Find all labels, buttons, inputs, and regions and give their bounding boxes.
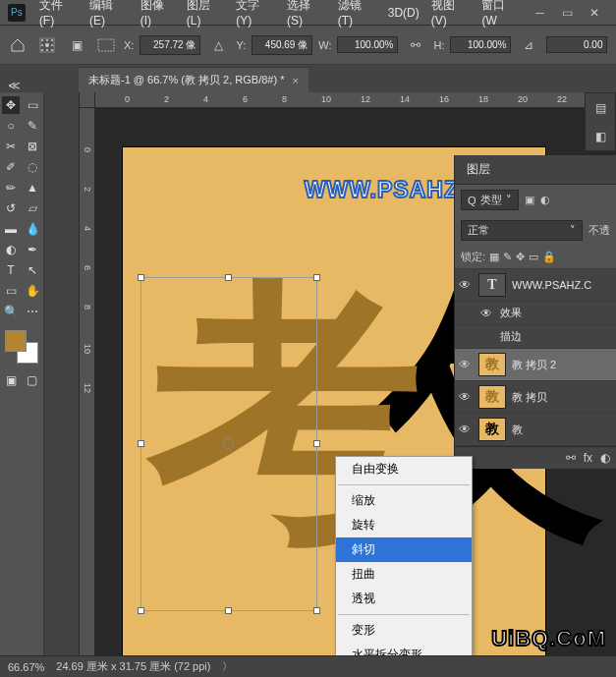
quick-mask-icon[interactable]: ▣ xyxy=(3,371,21,389)
layer-stroke-row[interactable]: 描边 xyxy=(455,325,616,349)
layer-filter-select[interactable]: Q 类型 ˅ xyxy=(461,190,519,210)
collapsed-tab-icon[interactable]: ▤ xyxy=(595,101,606,115)
filter-adjust-icon[interactable]: ◐ xyxy=(540,194,550,206)
layer-row[interactable]: 👁 T WWW.PSAHZ.C xyxy=(455,269,616,302)
layers-panel-tab[interactable]: 图层 xyxy=(455,155,616,185)
visibility-icon[interactable]: 👁 xyxy=(480,307,494,320)
frame-tool[interactable]: ⊠ xyxy=(24,138,41,155)
lock-artboard-icon[interactable]: ▭ xyxy=(529,251,538,263)
ctx-rotate[interactable]: 旋转 xyxy=(336,513,472,537)
rotate-icon[interactable]: ⊿ xyxy=(517,33,540,57)
layer-row[interactable]: 👁 教 教 xyxy=(455,414,616,446)
quick-select-tool[interactable]: ✎ xyxy=(24,117,41,135)
x-field[interactable]: 257.72 像 xyxy=(140,35,200,55)
ctx-distort[interactable]: 扭曲 xyxy=(336,562,472,587)
ruler-horizontal[interactable]: 0 2 4 6 8 10 12 14 16 18 20 22 24 xyxy=(95,92,616,108)
screen-mode-icon[interactable]: ▢ xyxy=(24,371,41,389)
hand-tool[interactable]: ✋ xyxy=(24,282,41,300)
close-button[interactable]: ✕ xyxy=(581,3,608,23)
menu-type[interactable]: 文字(Y) xyxy=(230,0,281,31)
transform-bounding-box[interactable] xyxy=(140,277,317,611)
document-tab[interactable]: 未标题-1 @ 66.7% (教 拷贝 2, RGB/8#) * × xyxy=(79,67,308,92)
path-select-tool[interactable]: ↖ xyxy=(24,261,41,279)
swap-xy-icon[interactable]: △ xyxy=(206,33,230,57)
lock-all-icon[interactable]: 🔒 xyxy=(542,251,556,263)
lock-pixels-icon[interactable]: ▦ xyxy=(489,251,499,263)
menu-view[interactable]: 视图(V) xyxy=(425,0,476,31)
lock-move-icon[interactable]: ✥ xyxy=(516,251,525,263)
home-icon[interactable] xyxy=(6,33,29,57)
menu-image[interactable]: 图像(I) xyxy=(135,0,181,31)
visibility-icon[interactable]: 👁 xyxy=(459,423,473,436)
ctx-free-transform[interactable]: 自由变换 xyxy=(336,457,472,481)
menu-edit[interactable]: 编辑(E) xyxy=(84,0,135,31)
menu-select[interactable]: 选择(S) xyxy=(281,0,332,31)
tab-arrow-icon[interactable]: ≪ xyxy=(8,79,22,92)
minimize-button[interactable]: ─ xyxy=(527,3,554,23)
collapsed-tab-icon[interactable]: ◧ xyxy=(595,130,606,143)
visibility-icon[interactable]: 👁 xyxy=(459,358,473,371)
ctx-warp[interactable]: 变形 xyxy=(336,618,472,643)
mask-icon[interactable]: ◐ xyxy=(600,451,610,465)
zoom-tool[interactable]: 🔍 xyxy=(2,303,20,320)
menu-file[interactable]: 文件(F) xyxy=(33,0,84,31)
gradient-tool[interactable]: ▬ xyxy=(2,220,20,238)
type-tool[interactable]: T xyxy=(2,261,20,279)
eyedropper-tool[interactable]: ✐ xyxy=(2,158,20,176)
info-chevron-icon[interactable]: 〉 xyxy=(222,659,233,674)
handle-bottom-center[interactable] xyxy=(225,607,232,614)
ruler-vertical[interactable]: 0 2 4 6 8 10 12 xyxy=(80,108,95,655)
handle-bottom-right[interactable] xyxy=(313,607,320,614)
handle-mid-right[interactable] xyxy=(313,440,320,447)
brush-tool[interactable]: ✏ xyxy=(2,179,20,197)
color-swatches[interactable] xyxy=(5,330,38,364)
stamp-tool[interactable]: ▲ xyxy=(24,179,41,197)
handle-bottom-left[interactable] xyxy=(138,607,144,614)
menu-window[interactable]: 窗口(W xyxy=(476,0,526,31)
relative-icon[interactable]: ▣ xyxy=(65,33,88,57)
restore-button[interactable]: ▭ xyxy=(553,3,581,23)
handle-mid-left[interactable] xyxy=(138,440,144,447)
blur-tool[interactable]: 💧 xyxy=(24,220,41,238)
handle-top-left[interactable] xyxy=(138,274,144,281)
foreground-color-swatch[interactable] xyxy=(5,330,27,352)
layer-effect-row[interactable]: 👁 效果 xyxy=(455,302,616,325)
pen-tool[interactable]: ✒ xyxy=(24,241,41,258)
wh-icon[interactable] xyxy=(94,33,118,57)
reference-point-icon[interactable] xyxy=(35,33,59,57)
ctx-perspective[interactable]: 透视 xyxy=(336,587,472,611)
filter-image-icon[interactable]: ▣ xyxy=(525,194,534,206)
crop-tool[interactable]: ✂ xyxy=(2,138,20,155)
menu-filter[interactable]: 滤镜(T) xyxy=(332,0,382,31)
link-layers-icon[interactable]: ⚯ xyxy=(566,451,576,465)
collapsed-panel-tabs[interactable]: ▤ ◧ xyxy=(585,92,616,151)
history-brush-tool[interactable]: ↺ xyxy=(2,199,20,217)
handle-top-right[interactable] xyxy=(313,274,320,281)
layer-row[interactable]: 👁 教 教 拷贝 xyxy=(455,381,616,414)
zoom-level[interactable]: 66.67% xyxy=(8,661,44,673)
edit-toolbar[interactable]: ⋯ xyxy=(24,303,41,320)
fx-icon[interactable]: fx xyxy=(584,451,592,465)
visibility-icon[interactable]: 👁 xyxy=(459,278,473,292)
spot-heal-tool[interactable]: ◌ xyxy=(24,158,41,176)
eraser-tool[interactable]: ▱ xyxy=(24,199,41,217)
marquee-tool[interactable]: ▭ xyxy=(24,96,41,114)
menu-3d[interactable]: 3D(D) xyxy=(382,2,425,24)
blend-mode-select[interactable]: 正常˅ xyxy=(461,220,583,241)
move-tool[interactable]: ✥ xyxy=(2,96,20,114)
ctx-scale[interactable]: 缩放 xyxy=(336,488,472,513)
ctx-skew[interactable]: 斜切 xyxy=(336,537,472,562)
lock-paint-icon[interactable]: ✎ xyxy=(503,251,512,263)
menu-layer[interactable]: 图层(L) xyxy=(181,0,230,31)
layer-row[interactable]: 👁 教 教 拷贝 2 xyxy=(455,349,616,381)
document-info[interactable]: 24.69 厘米 x 31.75 厘米 (72 ppi) xyxy=(56,659,210,674)
visibility-icon[interactable]: 👁 xyxy=(459,390,473,404)
lasso-tool[interactable]: ○ xyxy=(2,117,20,135)
dodge-tool[interactable]: ◐ xyxy=(2,241,20,258)
w-field[interactable]: 100.00% xyxy=(337,36,398,53)
handle-top-center[interactable] xyxy=(225,274,232,281)
shape-tool[interactable]: ▭ xyxy=(2,282,20,300)
handle-center[interactable] xyxy=(223,438,234,449)
y-field[interactable]: 450.69 像 xyxy=(252,35,312,55)
tab-close-icon[interactable]: × xyxy=(292,75,298,86)
